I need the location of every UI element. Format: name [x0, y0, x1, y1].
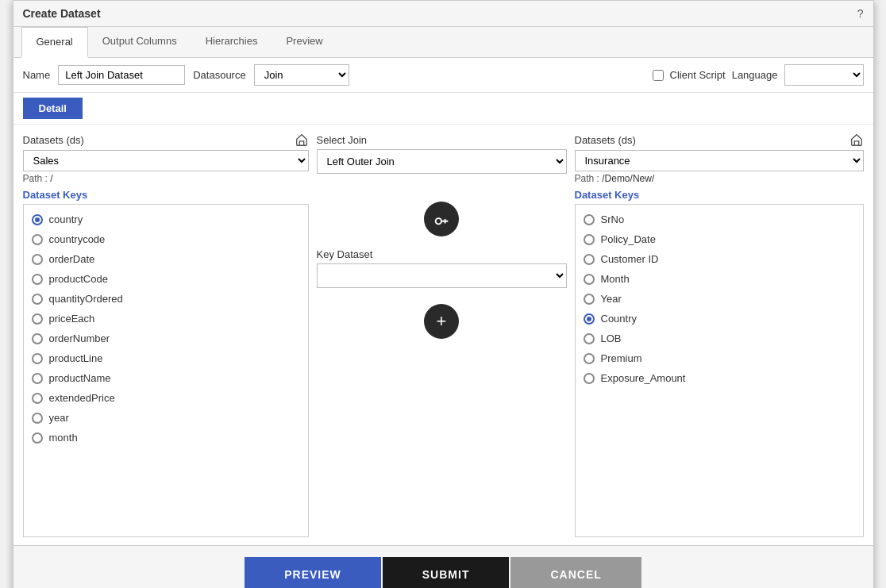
list-item[interactable]: Year — [576, 289, 863, 309]
radio-premium[interactable] — [584, 353, 595, 364]
left-path-row: Path : / — [23, 173, 309, 184]
left-panel-title: Datasets (ds) — [23, 134, 84, 146]
list-item[interactable]: orderDate — [24, 249, 308, 269]
submit-button[interactable]: SUBMIT — [383, 557, 510, 588]
left-panel-header: Datasets (ds) — [23, 133, 309, 147]
list-item[interactable]: country — [24, 209, 308, 229]
tabs-bar: General Output Columns Hierarchies Previ… — [13, 27, 873, 58]
radio-quantityordered[interactable] — [32, 294, 43, 305]
radio-countrycode[interactable] — [32, 234, 43, 245]
datasource-select[interactable]: Join — [254, 64, 349, 86]
radio-productline[interactable] — [32, 353, 43, 364]
cancel-button[interactable]: CANCEL — [510, 557, 641, 588]
right-path-row: Path : /Demo/New/ — [575, 173, 864, 184]
radio-priceeach[interactable] — [32, 313, 43, 325]
tab-preview[interactable]: Preview — [272, 27, 337, 58]
help-icon[interactable]: ? — [857, 7, 864, 20]
right-panel: Datasets (ds) Insurance Path : / — [575, 133, 864, 537]
list-item[interactable]: priceEach — [24, 309, 308, 329]
list-item[interactable]: countrycode — [24, 229, 308, 249]
right-dataset-select[interactable]: Insurance — [575, 150, 864, 171]
toolbar: Name Datasource Join Client Script Langu… — [13, 58, 873, 93]
list-item[interactable]: Month — [576, 269, 863, 289]
create-dataset-dialog: Create Dataset ? General Output Columns … — [13, 0, 874, 588]
list-item[interactable]: Customer ID — [576, 249, 863, 269]
right-panel-header: Datasets (ds) — [575, 133, 864, 147]
detail-row: Detail — [13, 93, 873, 125]
right-panel-title: Datasets (ds) — [575, 134, 636, 146]
tab-output-columns[interactable]: Output Columns — [88, 27, 191, 58]
list-item[interactable]: year — [24, 408, 308, 428]
client-script-label: Client Script — [670, 69, 726, 81]
three-column-layout: Datasets (ds) Sales Path : / — [23, 133, 864, 537]
client-script-area: Client Script Language — [653, 64, 864, 86]
key-dataset-select-wrapper — [317, 263, 567, 296]
svg-point-0 — [436, 218, 441, 224]
list-item[interactable]: Policy_Date — [576, 229, 863, 249]
radio-year[interactable] — [32, 413, 43, 424]
tab-general[interactable]: General — [21, 27, 88, 58]
list-item[interactable]: productLine — [24, 348, 308, 368]
left-home-icon[interactable] — [295, 133, 309, 147]
preview-button[interactable]: PREVIEW — [245, 557, 381, 588]
key-dataset-select[interactable] — [317, 263, 567, 288]
radio-exposure-amount[interactable] — [584, 373, 595, 384]
radio-extendedprice[interactable] — [32, 393, 43, 404]
list-item[interactable]: quantityOrdered — [24, 289, 308, 309]
radio-srno[interactable] — [584, 214, 595, 225]
name-label: Name — [23, 69, 51, 81]
radio-month-right[interactable] — [584, 274, 595, 285]
radio-year-right[interactable] — [584, 294, 595, 305]
radio-orderdate[interactable] — [32, 254, 43, 265]
key-icon-button[interactable] — [424, 202, 459, 236]
name-input[interactable] — [58, 65, 185, 85]
left-dataset-keys-label: Dataset Keys — [23, 189, 309, 201]
radio-lob[interactable] — [584, 333, 595, 344]
add-icon-button[interactable]: + — [424, 304, 459, 339]
select-join-label: Select Join — [317, 134, 368, 146]
right-dataset-keys-label: Dataset Keys — [575, 189, 864, 201]
radio-country[interactable] — [32, 214, 43, 225]
right-keys-list: SrNo Policy_Date Customer ID Month — [575, 204, 864, 537]
footer: PREVIEW SUBMIT CANCEL — [13, 545, 873, 588]
key-dataset-label: Key Dataset — [317, 248, 373, 260]
radio-ordernumber[interactable] — [32, 333, 43, 344]
radio-month[interactable] — [32, 432, 43, 444]
list-item[interactable]: month — [24, 428, 308, 448]
list-item[interactable]: Premium — [576, 348, 863, 368]
list-item[interactable]: extendedPrice — [24, 388, 308, 408]
radio-country-right[interactable] — [584, 313, 595, 325]
radio-productcode[interactable] — [32, 274, 43, 285]
dialog-titlebar: Create Dataset ? — [13, 1, 873, 27]
list-item[interactable]: productCode — [24, 269, 308, 289]
left-dataset-select[interactable]: Sales — [23, 150, 309, 171]
language-select[interactable] — [784, 64, 864, 86]
right-home-icon[interactable] — [849, 133, 864, 147]
list-item[interactable]: Country — [576, 309, 863, 329]
left-panel: Datasets (ds) Sales Path : / — [23, 133, 309, 537]
list-item[interactable]: Exposure_Amount — [576, 368, 863, 388]
list-item[interactable]: SrNo — [576, 209, 863, 229]
middle-panel: Select Join Left Outer Join Right Outer … — [309, 133, 575, 537]
list-item[interactable]: productName — [24, 368, 308, 388]
list-item[interactable]: orderNumber — [24, 329, 308, 348]
client-script-checkbox[interactable] — [653, 70, 664, 81]
join-select[interactable]: Left Outer Join Right Outer Join Inner J… — [317, 149, 567, 174]
right-dataset-select-row: Insurance — [575, 150, 864, 171]
dialog-title: Create Dataset — [23, 7, 101, 20]
main-content: Datasets (ds) Sales Path : / — [13, 125, 873, 545]
list-item[interactable]: LOB — [576, 329, 863, 348]
datasource-label: Datasource — [193, 69, 245, 81]
left-keys-list: country countrycode orderDate productCod… — [23, 204, 309, 537]
join-select-wrapper: Left Outer Join Right Outer Join Inner J… — [317, 149, 567, 182]
detail-button[interactable]: Detail — [23, 98, 83, 119]
left-dataset-select-row: Sales — [23, 150, 309, 171]
tab-hierarchies[interactable]: Hierarchies — [191, 27, 272, 58]
radio-policy-date[interactable] — [584, 234, 595, 245]
radio-customer-id[interactable] — [584, 254, 595, 265]
language-label: Language — [732, 69, 778, 81]
radio-productname[interactable] — [32, 373, 43, 384]
